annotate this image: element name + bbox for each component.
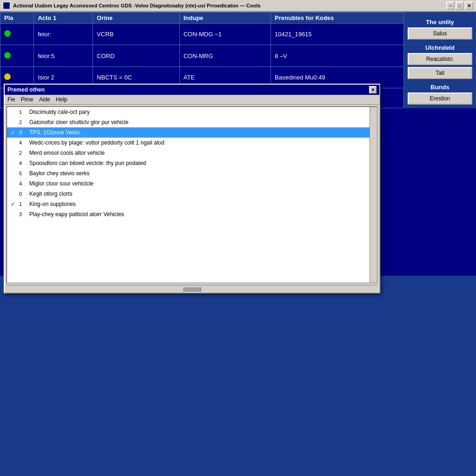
menu-pime[interactable]: Pime (21, 96, 33, 103)
window-title-bar: Actional Uudom Legay Aconossed Cemtroc G… (0, 0, 476, 12)
list-item[interactable]: 3Play-chey eapy patticiol aloirr Vehicle… (7, 209, 377, 219)
item-number: 4 (19, 140, 26, 145)
sidebar-section3-title: Bunds (408, 84, 472, 91)
list-item[interactable]: 3TPS. 1Gizone Venio. (7, 127, 377, 138)
indicator-green (4, 30, 11, 37)
list-item[interactable]: 4Miglor cloor sour vehiclcle (7, 178, 377, 189)
menu-help[interactable]: Help (56, 96, 67, 103)
col-header-pla: Pla (0, 13, 34, 24)
item-text: Baylor chey stevio serks (29, 170, 89, 177)
item-number: 1 (19, 201, 26, 207)
hscroll-thumb[interactable] (183, 287, 201, 291)
erestion-button[interactable]: Erestion (408, 93, 472, 105)
col-header-indupe: Indupe (179, 13, 271, 24)
cell-orine: VCRB (93, 24, 179, 45)
dialog-close-button[interactable]: ✕ (369, 86, 377, 93)
sidebar-section2-title: Ulchndeld (408, 44, 472, 51)
cell-indicator (0, 24, 34, 45)
cell-codes: 8 –V (271, 45, 404, 66)
list-item[interactable]: 1Discimuldy cale-oct pary (7, 107, 377, 117)
item-number: 4 (19, 181, 26, 186)
restore-button[interactable]: □ (456, 1, 464, 10)
item-number: 3 (19, 130, 26, 135)
dialog-title: Premed othen (7, 86, 45, 93)
list-item[interactable]: 1King-on supptones (7, 199, 377, 209)
cell-indupe: CON-MRG (179, 45, 271, 66)
item-text: Miglor cloor sour vehiclcle (29, 180, 93, 187)
item-number: 4 (19, 160, 26, 166)
col-header-orine: Orine (93, 13, 179, 24)
list-item[interactable]: 2Merd emool cools altor vehicle (7, 148, 377, 158)
item-text: King-on supptones (29, 201, 76, 207)
dialog-scrollbar[interactable] (370, 107, 377, 283)
col-header-codes: Prenubles for Kodes (271, 13, 404, 24)
menu-alde[interactable]: Alde (39, 96, 50, 103)
list-item[interactable]: 4Spoosdloro can biloed veclcle: thy pun … (7, 158, 377, 168)
item-number: 0 (19, 191, 26, 197)
item-number: 5 (19, 171, 26, 176)
right-sidebar: The unlily Salus Ulchndeld Reacalisto: T… (404, 12, 476, 108)
cell-indupe: CON-MDG ~1 (179, 24, 271, 45)
item-text: Discimuldy cale-oct pary (29, 109, 90, 115)
cell-indicator (0, 45, 34, 66)
dialog-list[interactable]: 1Discimuldy cale-oct pary2Gatonofor cloe… (7, 106, 377, 283)
item-text: Gatonofor cloer shulticlv glor pur vehic… (29, 119, 128, 126)
sidebar-section1-title: The unlily (408, 19, 472, 26)
dialog-menu-bar: Fie Pime Alde Help (5, 95, 379, 105)
app-icon (3, 2, 10, 9)
table-row[interactable]: feior: VCRB CON-MDG ~1 10421_19615 (0, 24, 404, 45)
dialog-hscrollbar[interactable] (7, 285, 377, 292)
tait-button[interactable]: Tait (408, 67, 472, 79)
close-button[interactable]: ✕ (465, 1, 473, 10)
dialog-title-bar: Premed othen ✕ (5, 85, 379, 95)
item-number: 2 (19, 119, 26, 125)
item-text: Spoosdloro can biloed veclcle: thy pun p… (29, 160, 146, 166)
item-text: TPS. 1Gizone Venio. (29, 129, 81, 136)
table-row[interactable]: feior:5 CORD CON-MRG 8 –V (0, 45, 404, 66)
dialog-window: Premed othen ✕ Fie Pime Alde Help 1Disci… (4, 84, 380, 293)
cell-acto: feior:5 (34, 45, 93, 66)
list-item[interactable]: 2Gatonofor cloer shulticlv glor pur vehi… (7, 117, 377, 127)
cell-orine: CORD (93, 45, 179, 66)
list-item[interactable]: 4Wedc-crices by plage: vottor peddorty c… (7, 138, 377, 148)
window-title: Actional Uudom Legay Aconossed Cemtroc G… (13, 3, 446, 8)
item-text: Wedc-crices by plage: vottor peddorty co… (29, 139, 165, 146)
menu-fie[interactable]: Fie (7, 96, 15, 103)
item-number: 3 (19, 212, 26, 217)
col-header-acto: Acto 1 (34, 13, 93, 24)
cell-codes: 10421_19615 (271, 24, 404, 45)
item-text: Play-chey eapy patticiol aloirr Vehicles (29, 211, 124, 218)
item-number: 1 (19, 109, 26, 115)
minimize-button[interactable]: ─ (446, 1, 455, 10)
table-header-row: Pla Acto 1 Orine Indupe Prenubles for Ko… (0, 13, 404, 24)
item-text: Merd emool cools altor vehicle (29, 150, 105, 156)
indicator-green (4, 52, 11, 59)
item-number: 2 (19, 150, 26, 156)
indicator-yellow (4, 73, 11, 80)
reacalisto-button[interactable]: Reacalisto: (408, 53, 472, 65)
window-controls: ─ □ ✕ (446, 1, 473, 10)
cell-acto: feior: (34, 24, 93, 45)
list-item[interactable]: 0Kegit otlorg clorts (7, 189, 377, 199)
salus-button[interactable]: Salus (408, 27, 472, 40)
list-item[interactable]: 5Baylor chey stevio serks (7, 168, 377, 178)
item-text: Kegit otlorg clorts (29, 191, 73, 197)
